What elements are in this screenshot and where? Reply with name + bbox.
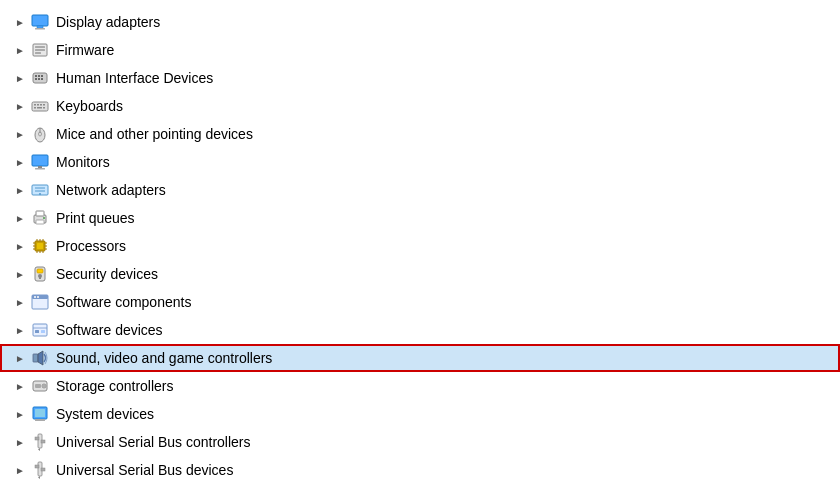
device-item-security-devices[interactable]: ► Security devices — [0, 260, 840, 288]
device-icon-print-queues — [30, 208, 50, 228]
svg-rect-8 — [35, 75, 37, 77]
svg-rect-4 — [35, 46, 45, 48]
expand-chevron-sound-video[interactable]: ► — [12, 350, 28, 366]
svg-rect-5 — [35, 49, 45, 51]
device-item-system-devices[interactable]: ► System devices — [0, 400, 840, 428]
svg-rect-6 — [35, 52, 41, 54]
expand-chevron-human-interface[interactable]: ► — [12, 70, 28, 86]
device-label-mice: Mice and other pointing devices — [56, 126, 253, 142]
device-icon-processors — [30, 236, 50, 256]
svg-point-57 — [37, 296, 39, 298]
device-icon-firmware — [30, 40, 50, 60]
device-label-software-devices: Software devices — [56, 322, 163, 338]
device-label-firmware: Firmware — [56, 42, 114, 58]
svg-rect-15 — [34, 104, 36, 106]
svg-rect-53 — [39, 277, 41, 279]
svg-rect-14 — [32, 102, 48, 111]
device-item-usb-controllers[interactable]: ► Universal Serial Bus controllers — [0, 428, 840, 456]
device-icon-usb-controllers — [30, 432, 50, 452]
svg-rect-13 — [41, 78, 43, 80]
device-item-network-adapters[interactable]: ► Network adapters — [0, 176, 840, 204]
svg-rect-21 — [43, 107, 45, 109]
device-icon-sound-video — [30, 348, 50, 368]
device-item-print-queues[interactable]: ► Print queues — [0, 204, 840, 232]
svg-rect-18 — [43, 104, 45, 106]
svg-rect-16 — [37, 104, 39, 106]
device-item-usb-devices[interactable]: ► Universal Serial Bus devices — [0, 456, 840, 484]
svg-rect-25 — [32, 155, 48, 166]
svg-marker-75 — [38, 448, 40, 451]
svg-rect-17 — [40, 104, 42, 106]
svg-point-35 — [43, 217, 45, 219]
device-item-software-devices[interactable]: ► Software devices — [0, 316, 840, 344]
svg-rect-62 — [41, 330, 45, 333]
expand-chevron-firmware[interactable]: ► — [12, 42, 28, 58]
device-item-sound-video[interactable]: ► Sound, video and game controllers — [0, 344, 840, 372]
device-manager-list: ► Display adapters ► Firmware ► — [0, 0, 840, 492]
device-label-keyboards: Keyboards — [56, 98, 123, 114]
device-icon-keyboards — [30, 96, 50, 116]
expand-chevron-network-adapters[interactable]: ► — [12, 182, 28, 198]
device-icon-display-adapters — [30, 12, 50, 32]
device-label-usb-controllers: Universal Serial Bus controllers — [56, 434, 251, 450]
device-item-processors[interactable]: ► Processors — [0, 232, 840, 260]
expand-chevron-monitors[interactable]: ► — [12, 154, 28, 170]
svg-rect-73 — [35, 437, 39, 440]
device-item-storage-controllers[interactable]: ► Storage controllers — [0, 372, 840, 400]
device-label-software-components: Software components — [56, 294, 191, 310]
device-icon-storage-controllers — [30, 376, 50, 396]
svg-point-56 — [34, 296, 36, 298]
svg-rect-1 — [37, 26, 43, 28]
svg-rect-70 — [35, 409, 45, 417]
expand-chevron-display-adapters[interactable]: ► — [12, 14, 28, 30]
svg-rect-11 — [35, 78, 37, 80]
svg-marker-64 — [38, 351, 43, 365]
svg-rect-2 — [35, 28, 45, 30]
device-item-display-adapters[interactable]: ► Display adapters — [0, 8, 840, 36]
device-item-firmware[interactable]: ► Firmware — [0, 36, 840, 64]
device-icon-security-devices — [30, 264, 50, 284]
svg-rect-10 — [41, 75, 43, 77]
device-label-processors: Processors — [56, 238, 126, 254]
expand-chevron-keyboards[interactable]: ► — [12, 98, 28, 114]
expand-chevron-storage-controllers[interactable]: ► — [12, 378, 28, 394]
svg-rect-71 — [35, 419, 45, 421]
device-label-monitors: Monitors — [56, 154, 110, 170]
expand-chevron-software-components[interactable]: ► — [12, 294, 28, 310]
device-icon-monitors — [30, 152, 50, 172]
svg-rect-59 — [33, 324, 47, 336]
svg-rect-26 — [38, 166, 42, 168]
expand-chevron-processors[interactable]: ► — [12, 238, 28, 254]
svg-point-68 — [43, 385, 45, 387]
device-icon-software-devices — [30, 320, 50, 340]
svg-rect-27 — [35, 168, 45, 170]
device-item-monitors[interactable]: ► Monitors — [0, 148, 840, 176]
expand-chevron-system-devices[interactable]: ► — [12, 406, 28, 422]
device-label-human-interface: Human Interface Devices — [56, 70, 213, 86]
device-label-security-devices: Security devices — [56, 266, 158, 282]
expand-chevron-mice[interactable]: ► — [12, 126, 28, 142]
device-label-usb-devices: Universal Serial Bus devices — [56, 462, 233, 478]
svg-rect-61 — [35, 330, 39, 333]
svg-rect-77 — [35, 465, 39, 468]
device-item-keyboards[interactable]: ► Keyboards — [0, 92, 840, 120]
expand-chevron-security-devices[interactable]: ► — [12, 266, 28, 282]
device-item-software-components[interactable]: ► Software components — [0, 288, 840, 316]
expand-chevron-usb-controllers[interactable]: ► — [12, 434, 28, 450]
device-icon-network-adapters — [30, 180, 50, 200]
svg-point-31 — [39, 193, 41, 195]
device-label-sound-video: Sound, video and game controllers — [56, 350, 272, 366]
svg-marker-79 — [38, 476, 40, 479]
expand-chevron-print-queues[interactable]: ► — [12, 210, 28, 226]
svg-rect-19 — [34, 107, 36, 109]
svg-rect-12 — [38, 78, 40, 80]
device-icon-usb-devices — [30, 460, 50, 480]
device-label-print-queues: Print queues — [56, 210, 135, 226]
expand-chevron-software-devices[interactable]: ► — [12, 322, 28, 338]
svg-rect-37 — [37, 243, 43, 249]
svg-rect-51 — [37, 269, 43, 273]
device-item-mice[interactable]: ► Mice and other pointing devices — [0, 120, 840, 148]
device-label-network-adapters: Network adapters — [56, 182, 166, 198]
expand-chevron-usb-devices[interactable]: ► — [12, 462, 28, 478]
device-item-human-interface[interactable]: ► Human Interface Devices — [0, 64, 840, 92]
